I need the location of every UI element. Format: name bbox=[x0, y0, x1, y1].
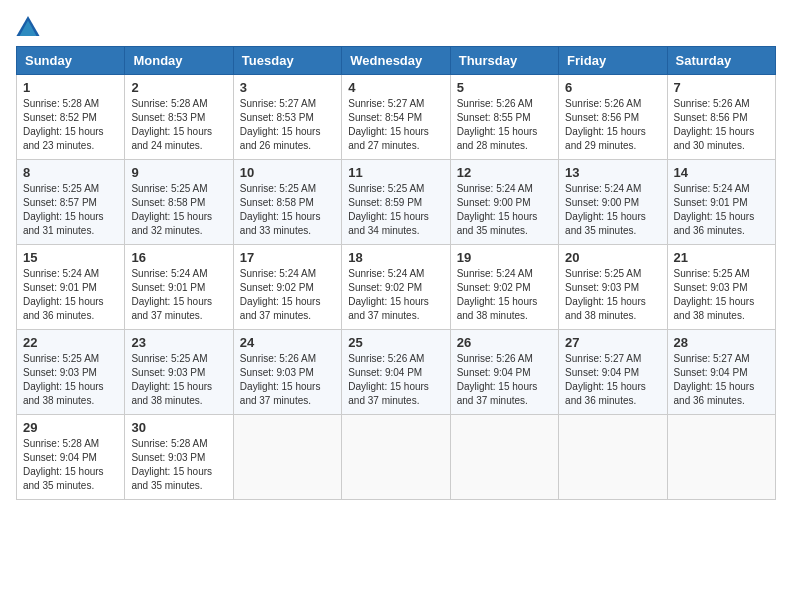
day-info: Sunrise: 5:25 AMSunset: 9:03 PMDaylight:… bbox=[674, 267, 769, 323]
day-number: 9 bbox=[131, 165, 226, 180]
calendar-cell: 15Sunrise: 5:24 AMSunset: 9:01 PMDayligh… bbox=[17, 245, 125, 330]
calendar-cell: 21Sunrise: 5:25 AMSunset: 9:03 PMDayligh… bbox=[667, 245, 775, 330]
day-info: Sunrise: 5:25 AMSunset: 8:58 PMDaylight:… bbox=[240, 182, 335, 238]
day-info: Sunrise: 5:24 AMSunset: 9:02 PMDaylight:… bbox=[457, 267, 552, 323]
calendar-cell: 1Sunrise: 5:28 AMSunset: 8:52 PMDaylight… bbox=[17, 75, 125, 160]
day-number: 17 bbox=[240, 250, 335, 265]
column-header-wednesday: Wednesday bbox=[342, 47, 450, 75]
day-number: 25 bbox=[348, 335, 443, 350]
day-info: Sunrise: 5:25 AMSunset: 9:03 PMDaylight:… bbox=[131, 352, 226, 408]
calendar-cell: 7Sunrise: 5:26 AMSunset: 8:56 PMDaylight… bbox=[667, 75, 775, 160]
day-number: 8 bbox=[23, 165, 118, 180]
day-info: Sunrise: 5:26 AMSunset: 9:03 PMDaylight:… bbox=[240, 352, 335, 408]
logo bbox=[16, 16, 44, 36]
column-header-monday: Monday bbox=[125, 47, 233, 75]
calendar-table: SundayMondayTuesdayWednesdayThursdayFrid… bbox=[16, 46, 776, 500]
day-info: Sunrise: 5:25 AMSunset: 9:03 PMDaylight:… bbox=[23, 352, 118, 408]
week-row-4: 22Sunrise: 5:25 AMSunset: 9:03 PMDayligh… bbox=[17, 330, 776, 415]
calendar-cell: 3Sunrise: 5:27 AMSunset: 8:53 PMDaylight… bbox=[233, 75, 341, 160]
calendar-cell bbox=[233, 415, 341, 500]
calendar-cell: 8Sunrise: 5:25 AMSunset: 8:57 PMDaylight… bbox=[17, 160, 125, 245]
day-info: Sunrise: 5:26 AMSunset: 9:04 PMDaylight:… bbox=[348, 352, 443, 408]
day-info: Sunrise: 5:24 AMSunset: 9:02 PMDaylight:… bbox=[348, 267, 443, 323]
day-number: 6 bbox=[565, 80, 660, 95]
calendar-cell: 11Sunrise: 5:25 AMSunset: 8:59 PMDayligh… bbox=[342, 160, 450, 245]
page-header bbox=[16, 16, 776, 36]
calendar-cell: 26Sunrise: 5:26 AMSunset: 9:04 PMDayligh… bbox=[450, 330, 558, 415]
day-info: Sunrise: 5:24 AMSunset: 9:02 PMDaylight:… bbox=[240, 267, 335, 323]
day-info: Sunrise: 5:25 AMSunset: 8:59 PMDaylight:… bbox=[348, 182, 443, 238]
calendar-cell: 20Sunrise: 5:25 AMSunset: 9:03 PMDayligh… bbox=[559, 245, 667, 330]
day-info: Sunrise: 5:26 AMSunset: 9:04 PMDaylight:… bbox=[457, 352, 552, 408]
day-number: 27 bbox=[565, 335, 660, 350]
calendar-cell: 16Sunrise: 5:24 AMSunset: 9:01 PMDayligh… bbox=[125, 245, 233, 330]
calendar-cell: 29Sunrise: 5:28 AMSunset: 9:04 PMDayligh… bbox=[17, 415, 125, 500]
calendar-cell: 2Sunrise: 5:28 AMSunset: 8:53 PMDaylight… bbox=[125, 75, 233, 160]
day-number: 21 bbox=[674, 250, 769, 265]
day-info: Sunrise: 5:27 AMSunset: 8:53 PMDaylight:… bbox=[240, 97, 335, 153]
day-number: 7 bbox=[674, 80, 769, 95]
day-number: 23 bbox=[131, 335, 226, 350]
day-info: Sunrise: 5:27 AMSunset: 9:04 PMDaylight:… bbox=[565, 352, 660, 408]
day-number: 22 bbox=[23, 335, 118, 350]
day-info: Sunrise: 5:28 AMSunset: 8:53 PMDaylight:… bbox=[131, 97, 226, 153]
day-info: Sunrise: 5:25 AMSunset: 9:03 PMDaylight:… bbox=[565, 267, 660, 323]
calendar-cell: 27Sunrise: 5:27 AMSunset: 9:04 PMDayligh… bbox=[559, 330, 667, 415]
day-number: 19 bbox=[457, 250, 552, 265]
calendar-cell: 13Sunrise: 5:24 AMSunset: 9:00 PMDayligh… bbox=[559, 160, 667, 245]
day-number: 5 bbox=[457, 80, 552, 95]
week-row-1: 1Sunrise: 5:28 AMSunset: 8:52 PMDaylight… bbox=[17, 75, 776, 160]
day-number: 16 bbox=[131, 250, 226, 265]
column-header-friday: Friday bbox=[559, 47, 667, 75]
column-header-tuesday: Tuesday bbox=[233, 47, 341, 75]
calendar-cell: 12Sunrise: 5:24 AMSunset: 9:00 PMDayligh… bbox=[450, 160, 558, 245]
day-info: Sunrise: 5:26 AMSunset: 8:56 PMDaylight:… bbox=[565, 97, 660, 153]
day-info: Sunrise: 5:27 AMSunset: 8:54 PMDaylight:… bbox=[348, 97, 443, 153]
day-number: 24 bbox=[240, 335, 335, 350]
day-number: 29 bbox=[23, 420, 118, 435]
day-info: Sunrise: 5:24 AMSunset: 9:00 PMDaylight:… bbox=[457, 182, 552, 238]
calendar-cell: 9Sunrise: 5:25 AMSunset: 8:58 PMDaylight… bbox=[125, 160, 233, 245]
day-number: 26 bbox=[457, 335, 552, 350]
day-number: 15 bbox=[23, 250, 118, 265]
calendar-cell: 6Sunrise: 5:26 AMSunset: 8:56 PMDaylight… bbox=[559, 75, 667, 160]
day-number: 12 bbox=[457, 165, 552, 180]
calendar-cell bbox=[342, 415, 450, 500]
calendar-cell: 28Sunrise: 5:27 AMSunset: 9:04 PMDayligh… bbox=[667, 330, 775, 415]
day-info: Sunrise: 5:25 AMSunset: 8:58 PMDaylight:… bbox=[131, 182, 226, 238]
calendar-cell bbox=[559, 415, 667, 500]
calendar-cell: 5Sunrise: 5:26 AMSunset: 8:55 PMDaylight… bbox=[450, 75, 558, 160]
calendar-header-row: SundayMondayTuesdayWednesdayThursdayFrid… bbox=[17, 47, 776, 75]
day-number: 2 bbox=[131, 80, 226, 95]
calendar-cell: 18Sunrise: 5:24 AMSunset: 9:02 PMDayligh… bbox=[342, 245, 450, 330]
day-info: Sunrise: 5:24 AMSunset: 9:00 PMDaylight:… bbox=[565, 182, 660, 238]
calendar-cell: 14Sunrise: 5:24 AMSunset: 9:01 PMDayligh… bbox=[667, 160, 775, 245]
day-number: 13 bbox=[565, 165, 660, 180]
day-number: 20 bbox=[565, 250, 660, 265]
day-number: 11 bbox=[348, 165, 443, 180]
day-number: 30 bbox=[131, 420, 226, 435]
week-row-2: 8Sunrise: 5:25 AMSunset: 8:57 PMDaylight… bbox=[17, 160, 776, 245]
week-row-5: 29Sunrise: 5:28 AMSunset: 9:04 PMDayligh… bbox=[17, 415, 776, 500]
day-info: Sunrise: 5:24 AMSunset: 9:01 PMDaylight:… bbox=[131, 267, 226, 323]
day-info: Sunrise: 5:28 AMSunset: 8:52 PMDaylight:… bbox=[23, 97, 118, 153]
day-info: Sunrise: 5:28 AMSunset: 9:04 PMDaylight:… bbox=[23, 437, 118, 493]
day-info: Sunrise: 5:26 AMSunset: 8:55 PMDaylight:… bbox=[457, 97, 552, 153]
calendar-cell: 24Sunrise: 5:26 AMSunset: 9:03 PMDayligh… bbox=[233, 330, 341, 415]
calendar-cell: 30Sunrise: 5:28 AMSunset: 9:03 PMDayligh… bbox=[125, 415, 233, 500]
calendar-cell bbox=[450, 415, 558, 500]
day-info: Sunrise: 5:27 AMSunset: 9:04 PMDaylight:… bbox=[674, 352, 769, 408]
week-row-3: 15Sunrise: 5:24 AMSunset: 9:01 PMDayligh… bbox=[17, 245, 776, 330]
day-info: Sunrise: 5:24 AMSunset: 9:01 PMDaylight:… bbox=[674, 182, 769, 238]
day-number: 18 bbox=[348, 250, 443, 265]
day-number: 14 bbox=[674, 165, 769, 180]
day-info: Sunrise: 5:25 AMSunset: 8:57 PMDaylight:… bbox=[23, 182, 118, 238]
day-number: 10 bbox=[240, 165, 335, 180]
column-header-saturday: Saturday bbox=[667, 47, 775, 75]
calendar-cell: 25Sunrise: 5:26 AMSunset: 9:04 PMDayligh… bbox=[342, 330, 450, 415]
calendar-cell: 17Sunrise: 5:24 AMSunset: 9:02 PMDayligh… bbox=[233, 245, 341, 330]
day-info: Sunrise: 5:28 AMSunset: 9:03 PMDaylight:… bbox=[131, 437, 226, 493]
calendar-cell: 10Sunrise: 5:25 AMSunset: 8:58 PMDayligh… bbox=[233, 160, 341, 245]
day-number: 1 bbox=[23, 80, 118, 95]
calendar-cell: 22Sunrise: 5:25 AMSunset: 9:03 PMDayligh… bbox=[17, 330, 125, 415]
